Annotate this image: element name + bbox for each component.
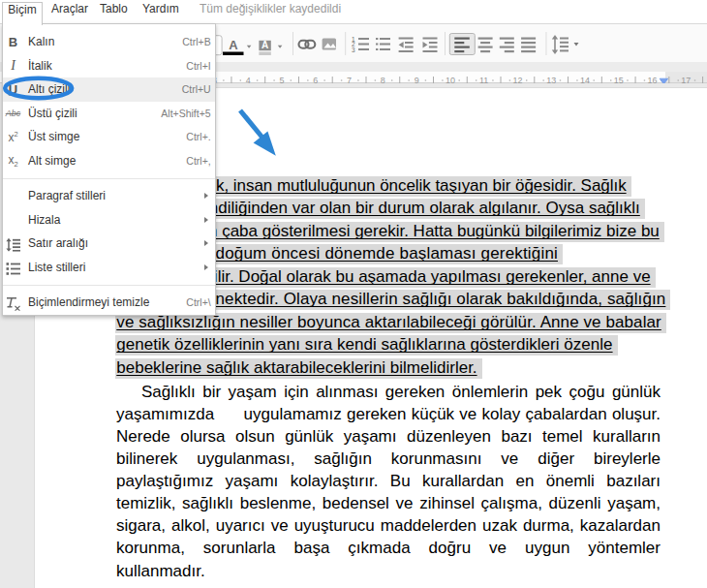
svg-text:A: A — [229, 38, 238, 52]
svg-text:3: 3 — [352, 46, 355, 53]
svg-text:A: A — [261, 40, 268, 50]
